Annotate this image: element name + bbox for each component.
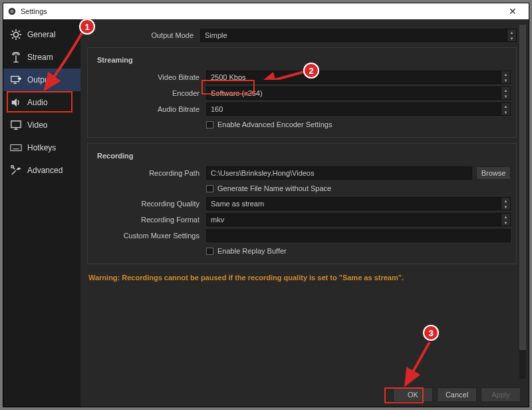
recording-quality-label: Recording Quality bbox=[93, 200, 206, 208]
sidebar-item-stream[interactable]: Stream bbox=[3, 46, 80, 69]
speaker-icon bbox=[10, 97, 22, 108]
sidebar-item-general[interactable]: General bbox=[3, 23, 80, 46]
cancel-button[interactable]: Cancel bbox=[437, 387, 477, 402]
recording-path-input[interactable]: C:\Users\Brinksley.Hong\Videos bbox=[206, 166, 472, 180]
recording-title: Recording bbox=[94, 152, 136, 160]
replay-buffer-checkbox-label: Enable Replay Buffer bbox=[217, 247, 287, 255]
monitor-arrow-icon bbox=[10, 74, 22, 86]
gen-filename-checkbox-label: Generate File Name without Space bbox=[217, 184, 331, 192]
settings-sidebar: General Stream Output Audio Video Hotkey… bbox=[3, 19, 80, 407]
recording-format-select[interactable]: mkv ▲▼ bbox=[206, 213, 511, 226]
sidebar-item-label: Stream bbox=[27, 53, 53, 62]
muxer-input[interactable] bbox=[206, 229, 511, 242]
browse-button[interactable]: Browse bbox=[476, 166, 511, 180]
tools-icon bbox=[10, 164, 22, 176]
recording-quality-select[interactable]: Same as stream ▲▼ bbox=[206, 197, 511, 210]
gear-icon bbox=[10, 29, 22, 41]
settings-window: Settings ✕ General Stream Output Audio bbox=[3, 3, 529, 407]
titlebar: Settings ✕ bbox=[3, 3, 529, 19]
scrollbar-thumb[interactable] bbox=[519, 25, 526, 350]
output-mode-label: Output Mode bbox=[87, 31, 200, 39]
sidebar-item-label: Advanced bbox=[27, 166, 63, 175]
video-bitrate-input[interactable]: 2500 Kbps ▲▼ bbox=[206, 71, 511, 84]
streaming-section: Streaming Video Bitrate 2500 Kbps ▲▼ Enc… bbox=[87, 47, 517, 138]
output-mode-select[interactable]: Simple ▲▼ bbox=[200, 29, 517, 42]
svg-point-1 bbox=[10, 9, 13, 13]
warning-text: Warning: Recordings cannot be paused if … bbox=[87, 270, 517, 286]
svg-rect-19 bbox=[11, 145, 21, 151]
window-title: Settings bbox=[21, 7, 501, 15]
sidebar-item-label: Hotkeys bbox=[27, 143, 56, 152]
sidebar-item-label: General bbox=[27, 30, 56, 39]
muxer-label: Custom Muxer Settings bbox=[93, 232, 206, 240]
video-bitrate-label: Video Bitrate bbox=[93, 73, 206, 81]
sidebar-item-label: Output bbox=[27, 75, 51, 85]
replay-buffer-checkbox-row[interactable]: Enable Replay Buffer bbox=[206, 245, 511, 257]
checkbox-icon bbox=[206, 185, 213, 192]
svg-line-10 bbox=[19, 31, 20, 32]
svg-point-26 bbox=[11, 166, 14, 168]
recording-format-label: Recording Format bbox=[93, 216, 206, 224]
advanced-encoder-checkbox-label: Enable Advanced Encoder Settings bbox=[217, 120, 332, 128]
encoder-label: Encoder bbox=[93, 89, 206, 97]
close-button[interactable]: ✕ bbox=[501, 6, 525, 17]
annotation-marker-1: 1 bbox=[79, 19, 95, 35]
checkbox-icon bbox=[206, 121, 213, 128]
encoder-select[interactable]: Software (x264) ▲▼ bbox=[206, 87, 511, 100]
app-icon bbox=[7, 7, 17, 16]
dialog-footer: OK Cancel Apply bbox=[80, 383, 529, 407]
sidebar-item-video[interactable]: Video bbox=[3, 114, 80, 136]
audio-bitrate-label: Audio Bitrate bbox=[93, 105, 206, 113]
sidebar-item-label: Video bbox=[27, 120, 47, 130]
gen-filename-checkbox-row[interactable]: Generate File Name without Space bbox=[206, 182, 511, 194]
audio-bitrate-select[interactable]: 160 ▲▼ bbox=[206, 102, 511, 116]
output-panel: Output Mode Simple ▲▼ Streaming Video Bi… bbox=[80, 19, 529, 407]
checkbox-icon bbox=[206, 248, 213, 255]
advanced-encoder-checkbox-row[interactable]: Enable Advanced Encoder Settings bbox=[206, 118, 511, 130]
streaming-title: Streaming bbox=[94, 56, 136, 64]
annotation-marker-3: 3 bbox=[423, 325, 439, 341]
svg-line-8 bbox=[19, 37, 20, 39]
scrollbar[interactable] bbox=[519, 25, 526, 379]
recording-path-label: Recording Path bbox=[93, 169, 206, 177]
monitor-icon bbox=[10, 119, 22, 131]
svg-line-7 bbox=[12, 31, 13, 32]
apply-button[interactable]: Apply bbox=[481, 387, 521, 402]
recording-section: Recording Recording Path C:\Users\Brinks… bbox=[87, 143, 517, 264]
ok-button[interactable]: OK bbox=[393, 387, 433, 402]
svg-line-9 bbox=[12, 37, 13, 39]
antenna-icon bbox=[10, 51, 22, 63]
sidebar-item-advanced[interactable]: Advanced bbox=[3, 159, 80, 182]
annotation-marker-2: 2 bbox=[303, 63, 319, 79]
sidebar-item-audio[interactable]: Audio bbox=[3, 91, 80, 114]
output-mode-row: Output Mode Simple ▲▼ bbox=[87, 29, 517, 42]
sidebar-item-label: Audio bbox=[27, 98, 48, 107]
sidebar-item-output[interactable]: Output bbox=[3, 69, 80, 91]
settings-main: Output Mode Simple ▲▼ Streaming Video Bi… bbox=[80, 19, 529, 407]
svg-rect-16 bbox=[11, 121, 21, 128]
keyboard-icon bbox=[10, 142, 22, 154]
sidebar-item-hotkeys[interactable]: Hotkeys bbox=[3, 136, 80, 159]
svg-point-2 bbox=[13, 32, 18, 37]
